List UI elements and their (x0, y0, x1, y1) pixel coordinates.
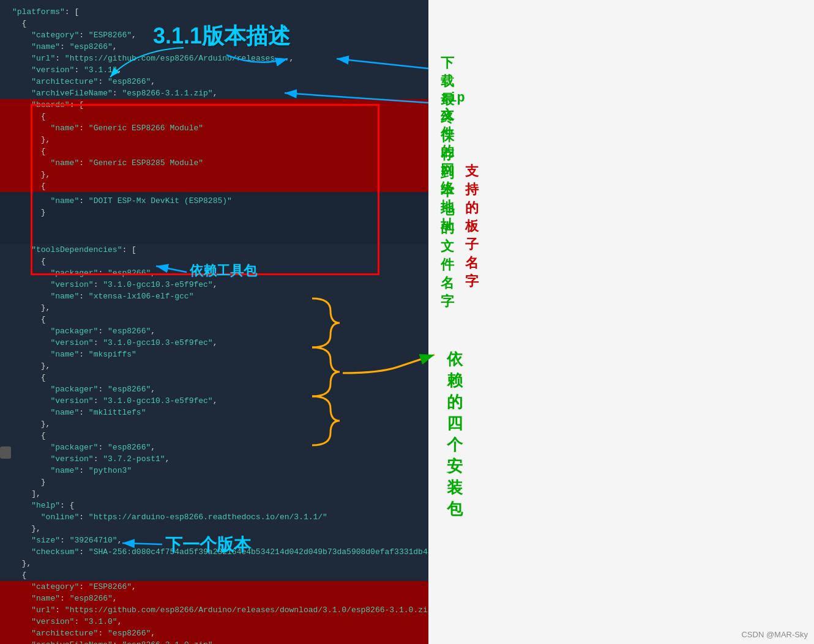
code-line: "name": "esp8266", (0, 593, 428, 604)
code-line: }, (0, 558, 428, 569)
dependency-label: 依赖工具包 (190, 263, 257, 278)
code-line: }, (0, 302, 428, 314)
local-filename-label: 最终保存到本地的文件名字 (441, 91, 454, 311)
code-line: "name": "python3" (0, 465, 428, 476)
title-text: 3.1.1版本描述 (153, 23, 290, 48)
code-line: { (0, 180, 428, 192)
code-line: "url": "https://github.com/esp8266/Ardui… (0, 53, 428, 64)
code-line: }, (0, 134, 428, 146)
code-line: "name": "DOIT ESP-Mx DevKit (ESP8285)" (12, 195, 422, 207)
code-line: }, (0, 418, 428, 430)
code-line: { (0, 314, 428, 325)
code-line: "architecture": "esp8266", (0, 627, 428, 639)
next-version-annotation: 下一个版本 (165, 533, 251, 557)
code-line: { (0, 430, 428, 442)
code-line-next-version: "category": "ESP8266", (0, 581, 428, 593)
code-line: { (0, 569, 428, 581)
code-line: ], (0, 488, 428, 500)
code-line: "version": "3.1.1", (0, 64, 428, 76)
watermark: CSDN @MAR-Sky (741, 630, 808, 639)
code-line: "packager": "esp8266", (0, 442, 428, 453)
code-line: "archiveFileName": "esp8266-3.1.1.zip", (0, 87, 428, 99)
code-line: "architecture": "esp8266", (0, 76, 428, 87)
version-title-annotation: 3.1.1版本描述 (153, 21, 290, 51)
code-line: "platforms": [ (0, 6, 428, 18)
dependency-annotation: 依赖工具包 (190, 262, 257, 280)
scrollbar-thumb[interactable] (0, 446, 11, 459)
code-line-tools-dep: "toolsDependencies": [ (0, 244, 428, 256)
code-line: { (0, 111, 428, 122)
code-line-boards: "boards": [ (0, 99, 428, 111)
code-line: "name": "mklittlefs" (0, 407, 428, 418)
code-line: } (12, 207, 422, 218)
board-names-label: 支持的板子名字 (465, 162, 479, 291)
four-packages-label: 依赖的四个安装包 (447, 349, 463, 520)
code-line: { (0, 372, 428, 383)
code-line: "packager": "esp8266", (0, 325, 428, 337)
code-line: } (0, 476, 428, 488)
code-line: "version": "3.1.0", (0, 616, 428, 627)
code-line: "name": "Generic ESP8285 Module" (0, 157, 428, 169)
code-line: "name": "xtensa-lx106-elf-gcc" (0, 291, 428, 302)
code-line: "archiveFileName": "esp8266-3.1.0.zip", (0, 639, 428, 644)
annotations-panel: 下载zip文件的网络地址 最终保存到本地的文件名字 支持的板子名字 依赖的四个安… (428, 0, 814, 644)
code-line: "version": "3.1.0-gcc10.3-e5f9fec", (0, 279, 428, 291)
code-line: "name": "Generic ESP8266 Module" (0, 122, 428, 134)
code-line: { (0, 146, 428, 157)
code-line: "version": "3.1.0-gcc10.3-e5f9fec", (0, 395, 428, 407)
code-line: "name": "mkspiffs" (0, 349, 428, 360)
code-line: "url": "https://github.com/esp8266/Ardui… (0, 604, 428, 616)
code-line: "help": { (0, 500, 428, 511)
code-line: }, (0, 360, 428, 372)
code-line: "version": "3.1.0-gcc10.3-e5f9fec", (0, 337, 428, 349)
code-line: "packager": "esp8266", (0, 383, 428, 395)
code-line: "version": "3.7.2-post1", (0, 453, 428, 465)
next-version-label: 下一个版本 (165, 535, 251, 554)
code-line: "online": "https://arduino-esp8266.readt… (0, 511, 428, 523)
code-line: }, (0, 169, 428, 180)
